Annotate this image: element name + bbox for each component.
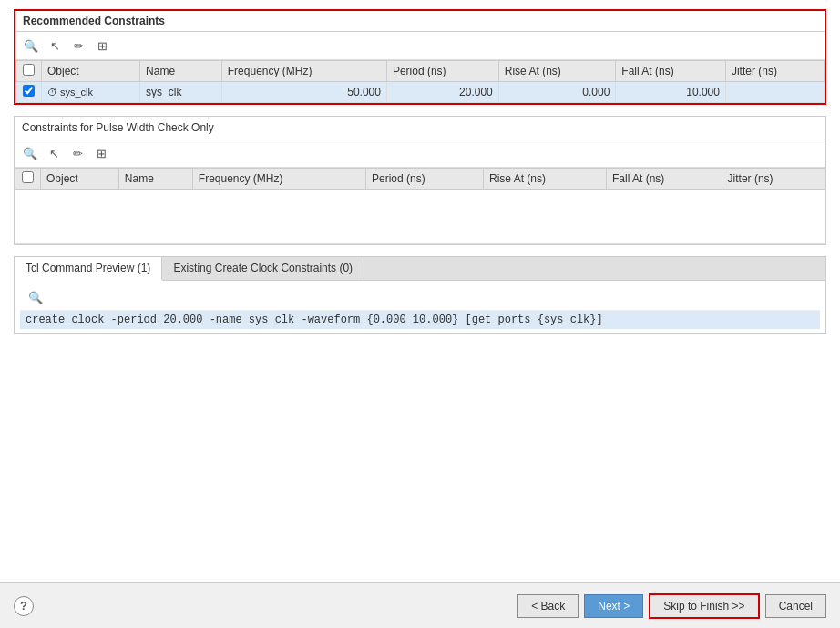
rc-row-1-object: sys_clk <box>60 87 93 98</box>
pw-col-fall: Fall At (ns) <box>606 169 722 190</box>
rc-columns-icon: ⊞ <box>97 39 108 53</box>
rc-row-1-checkbox[interactable] <box>23 85 35 97</box>
next-button[interactable]: Next > <box>584 594 643 618</box>
pw-col-rise: Rise At (ns) <box>483 169 606 190</box>
recommended-constraints-title: Recommended Constraints <box>15 11 825 32</box>
rc-col-name: Name <box>140 61 222 82</box>
pulse-width-title: Constraints for Pulse Width Check Only <box>15 117 825 139</box>
rc-row-period-cell: 20.000 <box>386 82 498 103</box>
pw-col-jitter: Jitter (ns) <box>722 169 825 190</box>
clock-object-cell: ⏱ sys_clk <box>47 87 93 98</box>
pw-col-object: Object <box>41 169 119 190</box>
help-button[interactable]: ? <box>14 596 34 616</box>
pw-columns-button[interactable]: ⊞ <box>91 143 111 163</box>
pulse-toolbar: 🔍 ↖ ✏ ⊞ <box>15 139 825 168</box>
main-content: Recommended Constraints 🔍 ↖ ✏ ⊞ <box>0 0 840 582</box>
pw-columns-icon: ⊞ <box>97 147 107 160</box>
recommended-constraints-table: Object Name Frequency (MHz) Period (ns) … <box>15 60 825 103</box>
pw-col-frequency: Frequency (MHz) <box>192 169 365 190</box>
tcl-command-line: create_clock -period 20.000 -name sys_cl… <box>20 311 820 329</box>
recommended-constraints-section: Recommended Constraints 🔍 ↖ ✏ ⊞ <box>14 9 826 105</box>
tcl-search-bar: 🔍 <box>20 284 820 311</box>
pulse-width-table: Object Name Frequency (MHz) Period (ns) … <box>15 168 825 244</box>
rc-row-checkbox-cell <box>16 82 42 103</box>
pulse-width-section: Constraints for Pulse Width Check Only 🔍… <box>14 116 826 245</box>
pw-col-name: Name <box>118 169 192 190</box>
recommended-constraints-toolbar: 🔍 ↖ ✏ ⊞ <box>15 32 825 60</box>
tab-tcl-preview[interactable]: Tcl Command Preview (1) <box>15 257 162 281</box>
rc-row-frequency-cell: 50.000 <box>221 82 386 103</box>
cancel-button[interactable]: Cancel <box>765 594 826 618</box>
rc-row-object-cell: ⏱ sys_clk <box>42 82 140 103</box>
skip-to-finish-button[interactable]: Skip to Finish >> <box>649 593 759 619</box>
pw-search-icon: 🔍 <box>23 147 37 160</box>
rc-col-jitter: Jitter (ns) <box>725 61 824 82</box>
pw-edit-icon: ✏ <box>73 147 83 160</box>
rc-edit-icon: ✏ <box>74 39 84 53</box>
rc-edit-button[interactable]: ✏ <box>68 36 88 56</box>
pw-empty-row <box>15 190 825 244</box>
back-button[interactable]: < Back <box>517 594 579 618</box>
pw-edit-button[interactable]: ✏ <box>67 143 87 163</box>
tcl-section: Tcl Command Preview (1) Existing Create … <box>14 256 826 334</box>
rc-col-frequency: Frequency (MHz) <box>221 61 386 82</box>
pw-table-header-row: Object Name Frequency (MHz) Period (ns) … <box>15 169 825 190</box>
recommended-table-header-row: Object Name Frequency (MHz) Period (ns) … <box>16 61 825 82</box>
clock-bar-icon: ⏱ <box>47 87 57 98</box>
rc-row-jitter-cell <box>725 82 824 103</box>
pw-select-icon: ↖ <box>49 147 59 160</box>
table-row: ⏱ sys_clk sys_clk 50.000 20.000 0.000 10… <box>16 82 825 103</box>
rc-row-name-cell: sys_clk <box>140 82 222 103</box>
rc-select-button[interactable]: ↖ <box>45 36 65 56</box>
rc-select-all-checkbox[interactable] <box>23 64 35 76</box>
bottom-left: ? <box>14 596 34 616</box>
pw-select-all-checkbox[interactable] <box>22 171 34 183</box>
rc-columns-button[interactable]: ⊞ <box>92 36 112 56</box>
tcl-tab-content: 🔍 create_clock -period 20.000 -name sys_… <box>15 281 825 333</box>
pw-col-checkbox <box>15 169 41 190</box>
bottom-right: < Back Next > Skip to Finish >> Cancel <box>517 593 826 619</box>
rc-col-fall: Fall At (ns) <box>616 61 726 82</box>
tabs-header: Tcl Command Preview (1) Existing Create … <box>15 257 825 281</box>
tab-existing-constraints[interactable]: Existing Create Clock Constraints (0) <box>162 257 364 280</box>
pw-empty-cell <box>15 190 825 244</box>
rc-search-button[interactable]: 🔍 <box>21 36 41 56</box>
pw-search-button[interactable]: 🔍 <box>20 143 40 163</box>
rc-row-rise-cell: 0.000 <box>498 82 616 103</box>
bottom-bar: ? < Back Next > Skip to Finish >> Cancel <box>0 582 840 628</box>
rc-col-rise: Rise At (ns) <box>498 61 616 82</box>
rc-select-icon: ↖ <box>50 39 60 53</box>
rc-search-icon: 🔍 <box>24 39 38 53</box>
pw-col-period: Period (ns) <box>365 169 483 190</box>
rc-col-checkbox <box>16 61 42 82</box>
tcl-search-button[interactable]: 🔍 <box>26 287 46 307</box>
pw-select-button[interactable]: ↖ <box>44 143 64 163</box>
rc-col-object: Object <box>42 61 140 82</box>
tcl-search-icon: 🔍 <box>28 291 43 304</box>
rc-col-period: Period (ns) <box>386 61 498 82</box>
rc-row-fall-cell: 10.000 <box>616 82 726 103</box>
